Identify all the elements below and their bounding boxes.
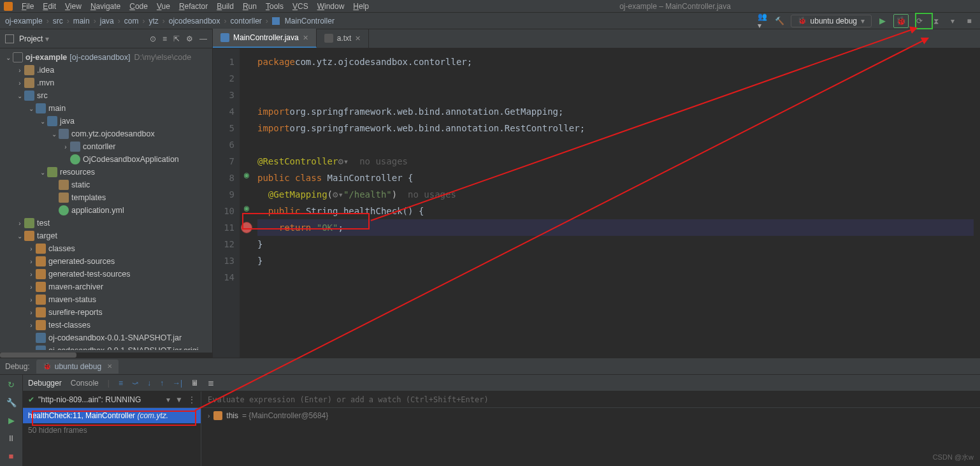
crumb-1[interactable]: src <box>53 17 63 25</box>
run-button[interactable]: ▶ <box>877 15 888 27</box>
tree-project-root[interactable]: ⌄ oj-example [oj-codesandbox] D:\my\else… <box>0 51 212 64</box>
stop-icon[interactable]: ■ <box>6 450 17 462</box>
menu-file[interactable]: File <box>18 1 38 12</box>
tree-twisty-icon[interactable]: › <box>27 322 36 329</box>
expand-icon[interactable]: › <box>208 412 210 419</box>
tree-item[interactable]: ›generated-sources <box>0 255 212 268</box>
line-number[interactable]: 10 <box>213 203 234 219</box>
pause-icon[interactable]: ⏸ <box>6 432 17 444</box>
tree-twisty-icon[interactable]: › <box>61 143 70 150</box>
tree-twisty-icon[interactable]: ⌄ <box>38 118 47 125</box>
collapse-all-icon[interactable]: ⇱ <box>173 34 180 43</box>
settings-icon[interactable]: ⚙ <box>186 34 193 43</box>
project-tree[interactable]: ⌄ oj-example [oj-codesandbox] D:\my\else… <box>0 48 212 350</box>
console-tab[interactable]: Console <box>71 379 99 388</box>
tree-item[interactable]: ›.mvn <box>0 76 212 89</box>
line-number[interactable]: 7 <box>213 153 234 170</box>
evaluate-expression-icon[interactable]: 🖩 <box>191 379 199 388</box>
modify-run-icon[interactable]: 🔧 <box>6 397 17 408</box>
crumb-0[interactable]: oj-example <box>5 17 43 25</box>
tree-item[interactable]: ›generated-test-sources <box>0 268 212 280</box>
tree-item[interactable]: ›test-classes <box>0 319 212 331</box>
show-execution-point-icon[interactable]: ≡ <box>119 379 123 388</box>
expand-all-icon[interactable]: ≡ <box>162 34 167 43</box>
trace-icon[interactable]: ≣ <box>208 379 214 388</box>
tree-item[interactable]: ⌄src <box>0 89 212 102</box>
step-over-icon[interactable]: ⤻ <box>132 379 138 388</box>
more-run-icon[interactable]: ▾ <box>947 15 958 27</box>
menu-navigate[interactable]: Navigate <box>87 1 124 12</box>
tree-twisty-icon[interactable]: › <box>15 220 24 227</box>
line-number[interactable]: 13 <box>213 252 234 269</box>
crumb-4[interactable]: com <box>124 17 139 25</box>
tree-item[interactable]: oj-codesandbox-0.0.1-SNAPSHOT.jar.origi <box>0 344 212 350</box>
code-body[interactable]: package com.ytz.ojcodesandbox.contorller… <box>240 48 980 358</box>
tree-item[interactable]: ⌄java <box>0 115 212 127</box>
line-number[interactable]: 14 <box>213 269 234 286</box>
debugger-tab[interactable]: Debugger <box>28 379 62 388</box>
horizontal-scrollbar[interactable] <box>0 353 212 358</box>
variable-this[interactable]: › this = {MainController@5684} <box>201 408 980 423</box>
line-number[interactable]: 5 <box>213 120 234 136</box>
tree-item[interactable]: OjCodesandboxApplication <box>0 153 212 166</box>
crumb-2[interactable]: main <box>73 17 90 25</box>
tree-item[interactable]: ›contorller <box>0 140 212 153</box>
evaluate-input[interactable]: Evaluate expression (Enter) or add a wat… <box>201 391 980 408</box>
select-opened-file-icon[interactable]: ⊙ <box>150 34 156 43</box>
menu-refactor[interactable]: Refactor <box>175 1 212 12</box>
rerun-icon[interactable]: ↻ <box>6 379 17 390</box>
tree-item[interactable]: ⌄resources <box>0 166 212 178</box>
debug-session-tab[interactable]: 🐞 ubuntu debug ✕ <box>36 360 119 374</box>
build-icon[interactable]: 🔨 <box>774 15 786 27</box>
menu-code[interactable]: Code <box>126 1 152 12</box>
line-number[interactable]: 2 <box>213 70 234 87</box>
tree-twisty-icon[interactable]: › <box>15 80 24 87</box>
menu-edit[interactable]: Edit <box>39 1 60 12</box>
tree-twisty-icon[interactable]: › <box>27 258 36 265</box>
line-number[interactable]: 9 <box>213 186 234 203</box>
tree-twisty-icon[interactable]: ⌄ <box>50 131 59 138</box>
resume-icon[interactable]: ▶ <box>6 414 17 426</box>
tab-maincontroller[interactable]: MainController.java ✕ <box>213 29 317 48</box>
close-icon[interactable]: ✕ <box>107 363 112 370</box>
tree-item[interactable]: ⌄main <box>0 102 212 115</box>
tree-item[interactable]: ›classes <box>0 242 212 255</box>
tree-twisty-icon[interactable]: › <box>27 284 36 291</box>
filter-icon[interactable]: ▼ <box>175 395 183 404</box>
tree-twisty-icon[interactable]: › <box>27 296 36 303</box>
crumb-7[interactable]: contorller <box>230 17 261 25</box>
tree-twisty-icon[interactable]: › <box>27 271 36 278</box>
menu-window[interactable]: Window <box>313 1 349 12</box>
tree-item[interactable]: ›test <box>0 217 212 229</box>
tree-twisty-icon[interactable]: ⌄ <box>27 105 36 112</box>
debug-button[interactable]: 🐞 <box>893 14 909 28</box>
step-out-icon[interactable]: ↑ <box>160 379 164 388</box>
tree-twisty-icon[interactable]: ⌄ <box>15 92 24 99</box>
stop-button[interactable]: ■ <box>963 15 975 27</box>
line-number[interactable]: 6 <box>213 136 234 153</box>
run-with-coverage-button[interactable]: ⟳ <box>914 15 925 27</box>
line-number[interactable]: 8 <box>213 170 234 186</box>
gutter[interactable]: 1234567891011121314 <box>213 48 240 358</box>
project-view-icon[interactable] <box>5 34 14 43</box>
line-number[interactable]: 1 <box>213 54 234 70</box>
chevron-down-icon[interactable]: ▾ <box>45 34 49 43</box>
tree-item[interactable]: ›.idea <box>0 64 212 76</box>
line-number[interactable]: 11 <box>213 219 234 236</box>
thread-selector[interactable]: ✔ "http-nio-809...ain": RUNNING ▾ ▼ ⋮ <box>23 391 201 408</box>
tree-item[interactable]: static <box>0 178 212 191</box>
code-editor[interactable]: 1234567891011121314 ◉ ◉ package com.ytz.… <box>213 48 980 358</box>
close-icon[interactable]: ✕ <box>355 34 361 43</box>
tree-twisty-icon[interactable]: ⌄ <box>15 233 24 240</box>
tree-item[interactable]: ›maven-status <box>0 293 212 306</box>
tree-item[interactable]: ›maven-archiver <box>0 280 212 293</box>
tab-atxt[interactable]: a.txt ✕ <box>317 29 370 48</box>
tree-item[interactable]: application.yml <box>0 204 212 217</box>
menu-tools[interactable]: Tools <box>262 1 287 12</box>
crumb-8[interactable]: MainController <box>272 17 335 25</box>
run-to-cursor-icon[interactable]: →| <box>173 379 182 388</box>
crumb-5[interactable]: ytz <box>148 17 158 25</box>
run-config-selector[interactable]: 🐞 ubuntu debug ▾ <box>791 15 872 27</box>
tree-item[interactable]: ›surefire-reports <box>0 306 212 319</box>
profile-button[interactable]: ⧗ <box>930 15 942 27</box>
